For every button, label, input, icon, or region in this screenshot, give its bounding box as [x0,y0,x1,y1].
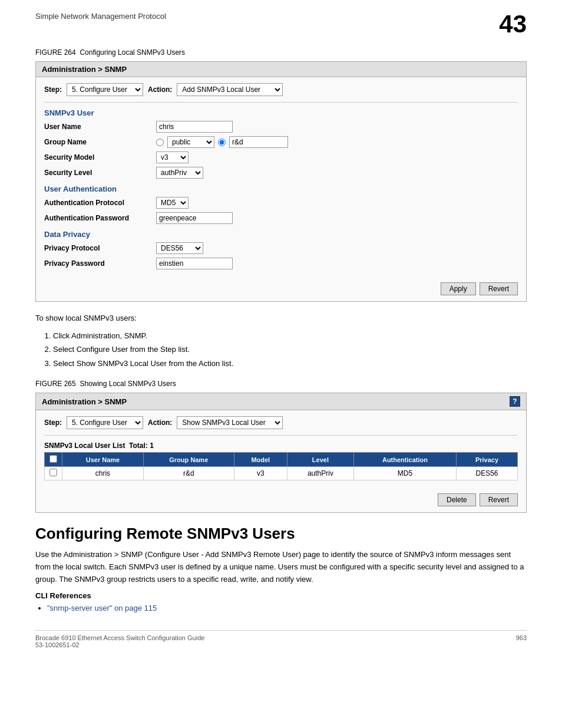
row-group-name: r&d [143,467,234,480]
action-label-265: Action: [148,419,172,427]
user-name-row: User Name [44,121,518,133]
group-name-radio-group: public [156,136,288,148]
privacy-password-row: Privacy Password [44,258,518,269]
group-name-label: Group Name [44,138,156,146]
user-name-input[interactable] [156,121,233,133]
group-name-select[interactable]: public [167,136,214,148]
col-group-name: Group Name [143,453,234,467]
col-user-name: User Name [62,453,144,467]
table-row: chris r&d v3 authPriv MD5 DES56 [45,467,518,480]
step-select-265[interactable]: 5. Configure User [67,416,143,429]
cli-ref-link[interactable]: "snmp-server user" on page 115 [47,604,157,612]
col-privacy: Privacy [456,453,517,467]
radio-public[interactable] [156,139,164,146]
snmpv3-user-table: User Name Group Name Model Level Authent… [44,452,518,480]
security-model-row: Security Model v3 [44,151,518,163]
step-action-row-265: Step: 5. Configure User Action: Show SNM… [44,416,518,436]
figure264-label: FIGURE 264 Configuring Local SNMPv3 User… [35,48,527,57]
privacy-password-label: Privacy Password [44,259,156,268]
revert-button[interactable]: Revert [480,282,518,295]
page-header: Simple Network Management Protocol 43 [35,12,527,37]
step-3: Select Show SNMPv3 Local User from the A… [53,358,527,370]
privacy-protocol-row: Privacy Protocol DES56 [44,242,518,254]
step-label-265: Step: [44,419,62,427]
step-action-row: Step: 5. Configure User Action: Add SNMP… [44,83,518,103]
step-select[interactable]: 5. Configure User [67,83,143,96]
action-label: Action: [148,85,172,94]
select-all-checkbox[interactable] [49,455,57,463]
user-name-label: User Name [44,123,156,131]
chapter-title: Simple Network Management Protocol [35,12,166,21]
security-level-row: Security Level authPriv [44,167,518,179]
security-level-select[interactable]: authPriv [156,167,203,179]
snmpv3-user-section-title: SNMPv3 User [44,108,518,117]
row-model: v3 [234,467,287,480]
figure265-panel: Administration > SNMP ? Step: 5. Configu… [35,393,527,513]
col-level: Level [287,453,353,467]
row-privacy: DES56 [456,467,517,480]
row-authentication: MD5 [353,467,456,480]
security-level-label: Security Level [44,169,156,177]
footer-left: Brocade 6910 Ethernet Access Switch Conf… [35,634,204,648]
user-auth-section-title: User Authentication [44,185,518,193]
radio-custom[interactable] [218,139,226,146]
figure264-panel: Administration > SNMP Step: 5. Configure… [35,61,527,302]
privacy-protocol-select[interactable]: DES56 [156,242,203,254]
row-level: authPriv [287,467,353,480]
panel265-header: Administration > SNMP ? [36,393,526,410]
help-icon[interactable]: ? [510,396,520,407]
col-authentication: Authentication [353,453,456,467]
page-footer: Brocade 6910 Ethernet Access Switch Conf… [35,630,527,648]
step-label: Step: [44,85,62,94]
action-select[interactable]: Add SNMPv3 Local User [177,83,283,96]
remote-snmpv3-heading: Configuring Remote SNMPv3 Users [35,525,527,543]
body264-intro: To show local SNMPv3 users: [35,312,527,324]
figure265-label: FIGURE 265 Showing Local SNMPv3 Users [35,380,527,388]
footer-right: 963 [516,634,527,648]
data-privacy-section-title: Data Privacy [44,230,518,239]
auth-password-label: Authentication Password [44,214,156,222]
row-checkbox [45,467,62,480]
revert-button-265[interactable]: Revert [480,493,518,506]
table-info: SNMPv3 Local User List Total: 1 [44,442,154,450]
page-number: 43 [499,12,527,37]
step-1: Click Administration, SNMP. [53,330,527,342]
table-header-row-cols: User Name Group Name Model Level Authent… [45,453,518,467]
security-model-select[interactable]: v3 [156,151,189,163]
cli-ref-list: "snmp-server user" on page 115 [47,604,527,612]
col-checkbox [45,453,62,467]
auth-protocol-select[interactable]: MD5 [156,197,189,209]
button-row-264: Apply Revert [44,278,518,295]
row-user-name: chris [62,467,144,480]
row-select-checkbox[interactable] [49,469,57,476]
auth-protocol-label: Authentication Protocol [44,199,156,207]
table-header-row: SNMPv3 Local User List Total: 1 [44,442,518,450]
col-model: Model [234,453,287,467]
body264-steps: Click Administration, SNMP. Select Confi… [53,330,527,370]
auth-password-row: Authentication Password [44,212,518,224]
privacy-protocol-label: Privacy Protocol [44,244,156,252]
panel264-header: Administration > SNMP [36,62,526,77]
button-row-265: Delete Revert [44,489,518,506]
action-select-265[interactable]: Show SNMPv3 Local User [177,416,283,429]
privacy-password-input[interactable] [156,258,233,269]
panel264-body: Step: 5. Configure User Action: Add SNMP… [36,77,526,301]
group-name-row: Group Name public [44,136,518,148]
panel265-body: Step: 5. Configure User Action: Show SNM… [36,410,526,512]
cli-ref-item: "snmp-server user" on page 115 [47,604,527,612]
auth-password-input[interactable] [156,212,233,224]
auth-protocol-row: Authentication Protocol MD5 [44,197,518,209]
cli-ref-heading: CLI References [35,591,527,600]
group-name-custom-input[interactable] [229,136,288,148]
apply-button[interactable]: Apply [441,282,476,295]
section-body-text: Use the Administration > SNMP (Configure… [35,549,527,585]
security-model-label: Security Model [44,153,156,162]
step-2: Select Configure User from the Step list… [53,344,527,355]
delete-button[interactable]: Delete [438,493,476,506]
